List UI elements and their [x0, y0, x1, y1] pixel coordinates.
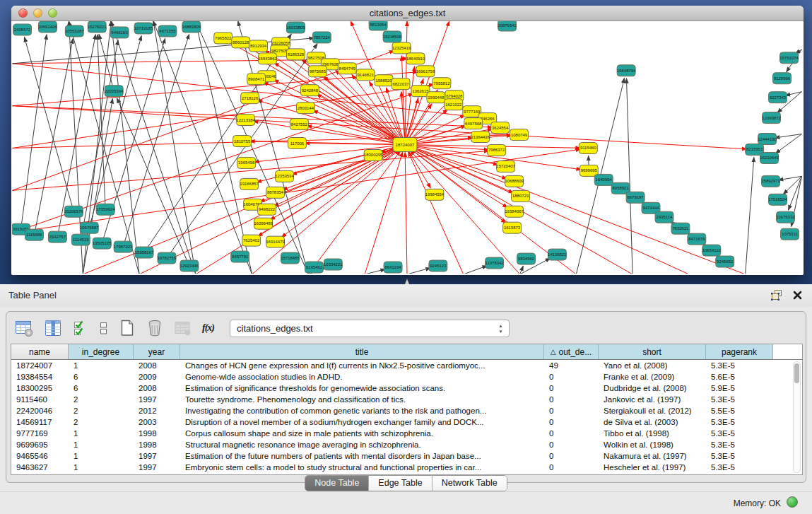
graph-node[interactable]: 21364436 — [471, 132, 490, 143]
zoom-window-button[interactable] — [48, 8, 57, 18]
tab-network-table[interactable]: Network Table — [433, 476, 507, 491]
table-row[interactable]: 946362711997Embryonic stem cells: a mode… — [11, 462, 802, 473]
graph-node[interactable]: 9875685 — [308, 66, 326, 77]
graph-node[interactable]: 6466160 — [110, 27, 129, 38]
graph-edge[interactable] — [111, 21, 196, 274]
graph-node[interactable]: 1588520 — [375, 75, 393, 86]
graph-node[interactable]: 9135462 — [305, 262, 323, 273]
graph-node[interactable]: 6679197 — [626, 192, 645, 203]
graph-node[interactable]: 2405572 — [13, 24, 32, 35]
graph-node[interactable]: 1075311 — [781, 228, 799, 240]
graph-node[interactable]: 2935114 — [655, 211, 673, 223]
column-select-icon[interactable] — [42, 319, 64, 337]
graph-edge[interactable] — [464, 266, 488, 274]
graph-node[interactable]: 12923446 — [180, 260, 199, 271]
column-header-pagerank[interactable]: pagerank — [706, 344, 773, 359]
graph-node[interactable]: 17359924 — [96, 204, 115, 215]
column-header-out-de-[interactable]: △out_de... — [544, 344, 599, 359]
table-row[interactable]: 1938455462009Genome-wide association stu… — [11, 371, 802, 382]
graph-node[interactable]: 16543862 — [258, 53, 277, 64]
graph-node[interactable]: 18724007 — [393, 138, 417, 152]
tab-edge-table[interactable]: Edge Table — [369, 476, 432, 491]
graph-node[interactable]: 117006 — [288, 138, 306, 149]
graph-node[interactable]: 7857224 — [312, 32, 331, 43]
graph-node[interactable]: 12213384 — [236, 115, 255, 126]
graph-edge[interactable] — [98, 35, 105, 204]
graph-edge[interactable] — [13, 149, 581, 233]
graph-node[interactable]: 7965822 — [214, 33, 233, 44]
graph-node[interactable]: 1615873 — [503, 222, 522, 233]
graph-node[interactable]: 7625402 — [242, 235, 261, 246]
graph-node[interactable]: 9146821 — [356, 69, 375, 81]
graph-node[interactable]: 12353534 — [275, 170, 294, 182]
graph-node[interactable]: 16648794 — [617, 65, 636, 76]
graph-node[interactable]: 22035334 — [105, 86, 124, 97]
network-window[interactable]: citations_edges.txt 18724007183002951938… — [11, 6, 804, 275]
graph-node[interactable]: 8912934 — [249, 40, 268, 52]
graph-node[interactable]: 10334221 — [324, 259, 343, 270]
graph-node[interactable]: 10719185 — [134, 23, 153, 34]
graph-edge[interactable] — [153, 21, 252, 274]
graph-node[interactable]: 13505135 — [93, 238, 112, 249]
table-row[interactable]: 1830029562008Estimation of significance … — [11, 382, 802, 394]
graph-node[interactable]: 12093872 — [762, 112, 781, 124]
graph-node[interactable]: 16782759 — [158, 252, 177, 264]
delete-icon[interactable] — [145, 319, 165, 337]
graph-node[interactable]: 16883809 — [182, 21, 201, 33]
graph-node[interactable]: 16033809 — [286, 22, 305, 33]
graph-edge[interactable] — [317, 94, 400, 141]
table-row[interactable]: 946554611997Estimation of the future num… — [11, 450, 802, 462]
graph-node[interactable]: 7986372 — [488, 145, 506, 156]
graph-edge[interactable] — [406, 66, 415, 139]
graph-node[interactable]: 6497568 — [464, 118, 483, 129]
graph-node[interactable]: 10688609 — [505, 175, 524, 187]
tab-node-table[interactable]: Node Table — [305, 476, 369, 491]
graph-node[interactable]: 15958167 — [135, 247, 154, 258]
close-window-button[interactable] — [18, 8, 28, 18]
graph-node[interactable]: 1810755 — [233, 136, 252, 147]
graph-node[interactable]: 16210643 — [760, 152, 779, 163]
graph-edge[interactable] — [25, 37, 73, 206]
graph-node[interactable]: 9245123 — [429, 260, 447, 271]
graph-node[interactable]: 20206576 — [64, 206, 83, 217]
graph-node[interactable]: 2803144 — [296, 103, 314, 114]
graph-node[interactable]: 15718485 — [281, 252, 300, 264]
graph-node[interactable]: 3624554 — [491, 122, 510, 134]
graph-node[interactable]: 17957223 — [114, 241, 133, 252]
function-builder-icon[interactable]: f(x) — [201, 322, 216, 334]
graph-node[interactable]: 2718126 — [241, 93, 259, 104]
graph-node[interactable]: 10975887 — [80, 222, 99, 233]
graph-node[interactable]: 17016504 — [768, 194, 787, 205]
graph-node[interactable]: 11675332 — [776, 211, 795, 223]
graph-node[interactable]: 8908471 — [247, 74, 266, 85]
graph-edge[interactable] — [35, 39, 73, 230]
table-row[interactable]: 969969511998Structural magnetic resonanc… — [11, 439, 802, 450]
minimize-window-button[interactable] — [33, 8, 42, 18]
graph-node[interactable]: 8186328 — [286, 49, 305, 60]
table-row[interactable]: 1456911722003Disruption of a novel membe… — [11, 416, 802, 428]
graph-node[interactable]: 8454749 — [338, 63, 356, 74]
table-scrollbar[interactable] — [793, 361, 801, 473]
graph-edge[interactable] — [153, 21, 196, 274]
graph-node[interactable]: 10553287 — [65, 25, 84, 37]
graph-node[interactable]: 8860128 — [232, 37, 250, 48]
graph-node[interactable]: 16961758 — [416, 66, 435, 77]
graph-node[interactable]: 14136521 — [548, 249, 567, 260]
new-file-icon[interactable] — [117, 319, 137, 337]
graph-edge[interactable] — [407, 268, 430, 274]
graph-node[interactable]: 1965498 — [237, 157, 256, 168]
graph-node[interactable]: 9227343 — [769, 92, 787, 103]
graph-node[interactable]: 8878354 — [266, 187, 285, 198]
graph-edge[interactable] — [626, 78, 632, 274]
close-panel-icon[interactable] — [793, 291, 802, 300]
graph-node[interactable]: 1880723 — [512, 190, 530, 201]
column-header-name[interactable]: name — [11, 344, 69, 359]
column-header-title[interactable]: title — [180, 344, 544, 359]
graph-edge[interactable] — [405, 152, 407, 274]
graph-node[interactable]: 1080749 — [510, 129, 529, 141]
graph-node[interactable]: 7632621 — [671, 223, 690, 234]
graph-node[interactable]: 6822037 — [392, 78, 410, 90]
graph-node[interactable]: 15892971 — [761, 175, 780, 187]
graph-node[interactable]: 9457791 — [231, 251, 249, 262]
table-row[interactable]: 2242004622012Investigating the contribut… — [11, 405, 802, 416]
